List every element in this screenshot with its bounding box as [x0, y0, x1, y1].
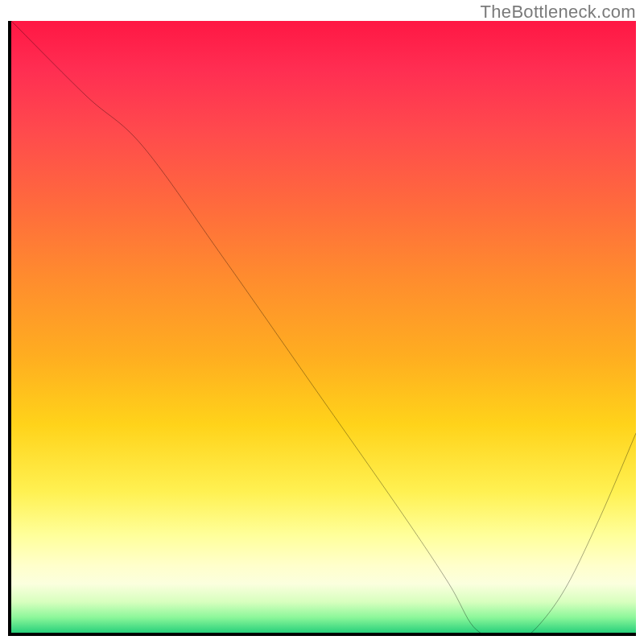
- chart-container: TheBottleneck.com: [0, 0, 644, 644]
- plot-area: [8, 21, 636, 636]
- optimal-marker: [473, 635, 523, 636]
- bottleneck-curve: [11, 21, 636, 636]
- watermark-text: TheBottleneck.com: [481, 2, 636, 23]
- chart-svg: [11, 21, 636, 636]
